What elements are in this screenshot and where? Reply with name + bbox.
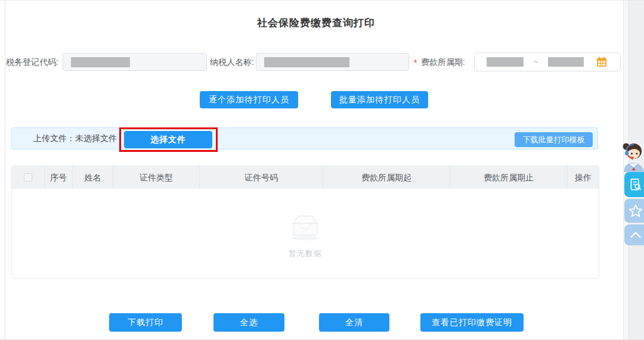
upload-file-label: 上传文件：未选择文件 <box>33 128 117 149</box>
column-header-id-number: 证件号码 <box>199 166 323 189</box>
document-search-icon[interactable] <box>624 172 644 197</box>
tax-code-redacted-value <box>71 57 130 67</box>
download-print-button[interactable]: 下载打印 <box>109 313 182 332</box>
customer-service-avatar[interactable] <box>619 141 644 172</box>
fee-period-label: 费款所属期: <box>421 53 465 71</box>
empty-box-icon <box>288 233 323 243</box>
collapse-up-icon[interactable] <box>624 224 644 245</box>
download-template-button[interactable]: 下载批量打印模板 <box>515 132 593 147</box>
taxpayer-name-redacted-value <box>264 57 349 67</box>
empty-state: 暂无数据 <box>12 211 599 259</box>
social-insurance-print-page: 社会保险费缴费查询打印 税务登记代码: 纳税人名称: * 费款所属期: ~ 逐个… <box>0 0 644 340</box>
select-all-checkbox[interactable] <box>24 173 32 182</box>
tax-code-label: 税务登记代码: <box>6 53 58 71</box>
add-single-person-button[interactable]: 逐个添加待打印人员 <box>200 91 298 108</box>
required-asterisk: * <box>414 53 417 71</box>
column-header-index: 序号 <box>44 166 72 189</box>
star-icon[interactable] <box>624 199 644 223</box>
left-frame-border <box>5 1 5 339</box>
add-batch-person-button[interactable]: 批量添加待打印人员 <box>331 91 428 108</box>
calendar-icon[interactable] <box>596 56 608 68</box>
tax-code-input[interactable] <box>63 53 207 71</box>
taxpayer-name-input[interactable] <box>256 53 409 71</box>
choose-file-button[interactable]: 选择文件 <box>124 131 212 148</box>
column-header-id-type: 证件类型 <box>113 166 199 189</box>
date-range-separator: ~ <box>534 58 538 66</box>
fee-period-end-redacted-value <box>548 57 584 67</box>
fee-period-range-input[interactable]: ~ <box>474 52 621 71</box>
select-all-checkbox-cell <box>12 166 44 189</box>
column-header-period-start: 费款所属期起 <box>323 166 450 189</box>
column-header-period-end: 费款所属期止 <box>450 166 567 189</box>
view-printed-certificates-button[interactable]: 查看已打印缴费证明 <box>420 313 524 332</box>
empty-text: 暂无数据 <box>12 248 599 259</box>
column-header-operation: 操作 <box>567 166 599 189</box>
upload-file-bar: 上传文件：未选择文件 <box>11 127 598 149</box>
fee-period-start-redacted-value <box>487 57 524 67</box>
clear-all-button[interactable]: 全清 <box>319 313 389 332</box>
page-title: 社会保险费缴费查询打印 <box>0 16 632 30</box>
column-header-name: 姓名 <box>72 166 113 189</box>
taxpayer-name-label: 纳税人名称: <box>210 53 254 71</box>
print-person-table: 序号 姓名 证件类型 证件号码 费款所属期起 费款所属期止 操作 暂无数据 <box>11 166 599 279</box>
select-all-button[interactable]: 全选 <box>213 313 284 332</box>
table-body: 暂无数据 <box>12 189 599 279</box>
table-header-row: 序号 姓名 证件类型 证件号码 费款所属期起 费款所属期止 操作 <box>12 166 599 189</box>
